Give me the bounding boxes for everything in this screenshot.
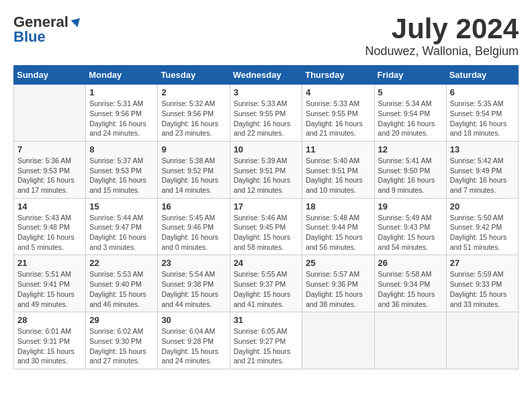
table-row: 20 Sunrise: 5:50 AMSunset: 9:42 PMDaylig…	[446, 198, 518, 255]
table-row: 24 Sunrise: 5:55 AMSunset: 9:37 PMDaylig…	[230, 255, 302, 312]
day-info: Sunrise: 5:33 AMSunset: 9:55 PMDaylight:…	[306, 99, 370, 138]
day-info: Sunrise: 5:31 AMSunset: 9:56 PMDaylight:…	[89, 99, 154, 138]
day-number: 24	[234, 258, 299, 268]
table-row: 8 Sunrise: 5:37 AMSunset: 9:53 PMDayligh…	[86, 141, 158, 198]
table-row: 11 Sunrise: 5:40 AMSunset: 9:51 PMDaylig…	[302, 141, 374, 198]
table-row: 19 Sunrise: 5:49 AMSunset: 9:43 PMDaylig…	[374, 198, 446, 255]
table-row: 7 Sunrise: 5:36 AMSunset: 9:53 PMDayligh…	[14, 141, 86, 198]
day-number: 21	[17, 258, 82, 268]
day-info: Sunrise: 6:01 AMSunset: 9:31 PMDaylight:…	[17, 326, 82, 366]
day-info: Sunrise: 5:38 AMSunset: 9:52 PMDaylight:…	[161, 156, 226, 195]
table-row: 2 Sunrise: 5:32 AMSunset: 9:56 PMDayligh…	[158, 85, 230, 142]
logo: General Blue	[13, 13, 83, 46]
day-info: Sunrise: 5:41 AMSunset: 9:50 PMDaylight:…	[378, 156, 443, 195]
table-row: 14 Sunrise: 5:43 AMSunset: 9:48 PMDaylig…	[14, 198, 86, 255]
day-number: 29	[89, 315, 154, 325]
table-row: 5 Sunrise: 5:34 AMSunset: 9:54 PMDayligh…	[374, 85, 446, 142]
col-monday: Monday	[86, 66, 158, 85]
table-row: 26 Sunrise: 5:58 AMSunset: 9:34 PMDaylig…	[374, 255, 446, 312]
day-info: Sunrise: 5:48 AMSunset: 9:44 PMDaylight:…	[306, 213, 370, 253]
day-number: 13	[450, 144, 515, 154]
page-header: General Blue July 2024 Noduwez, Wallonia…	[13, 13, 519, 58]
day-info: Sunrise: 5:33 AMSunset: 9:55 PMDaylight:…	[234, 99, 299, 138]
calendar-week-row: 14 Sunrise: 5:43 AMSunset: 9:48 PMDaylig…	[14, 198, 519, 255]
title-block: July 2024 Noduwez, Wallonia, Belgium	[365, 13, 519, 58]
day-number: 16	[161, 201, 226, 212]
day-number: 25	[306, 258, 370, 268]
day-number: 9	[161, 144, 226, 154]
day-number: 19	[378, 201, 443, 212]
day-info: Sunrise: 5:46 AMSunset: 9:45 PMDaylight:…	[234, 213, 299, 253]
calendar-week-row: 1 Sunrise: 5:31 AMSunset: 9:56 PMDayligh…	[14, 85, 519, 142]
table-row: 25 Sunrise: 5:57 AMSunset: 9:36 PMDaylig…	[302, 255, 374, 312]
table-row: 30 Sunrise: 6:04 AMSunset: 9:28 PMDaylig…	[158, 312, 230, 369]
table-row	[446, 312, 518, 369]
day-number: 1	[89, 87, 154, 97]
logo-arrow-icon	[71, 15, 83, 30]
day-info: Sunrise: 5:36 AMSunset: 9:53 PMDaylight:…	[17, 156, 82, 195]
day-number: 30	[161, 315, 226, 325]
calendar-header-row: Sunday Monday Tuesday Wednesday Thursday…	[14, 66, 519, 85]
day-info: Sunrise: 5:53 AMSunset: 9:40 PMDaylight:…	[89, 269, 154, 309]
table-row: 6 Sunrise: 5:35 AMSunset: 9:54 PMDayligh…	[446, 85, 518, 142]
table-row: 22 Sunrise: 5:53 AMSunset: 9:40 PMDaylig…	[86, 255, 158, 312]
day-info: Sunrise: 5:51 AMSunset: 9:41 PMDaylight:…	[17, 269, 82, 309]
day-number: 23	[161, 258, 226, 268]
day-number: 28	[17, 315, 82, 325]
day-number: 15	[89, 201, 154, 212]
table-row: 16 Sunrise: 5:45 AMSunset: 9:46 PMDaylig…	[158, 198, 230, 255]
day-info: Sunrise: 5:35 AMSunset: 9:54 PMDaylight:…	[450, 99, 515, 138]
day-number: 2	[161, 87, 226, 97]
day-info: Sunrise: 5:34 AMSunset: 9:54 PMDaylight:…	[378, 99, 443, 138]
day-info: Sunrise: 5:54 AMSunset: 9:38 PMDaylight:…	[161, 269, 226, 309]
logo-blue-text: Blue	[13, 28, 46, 46]
day-info: Sunrise: 5:40 AMSunset: 9:51 PMDaylight:…	[306, 156, 370, 195]
month-year-title: July 2024	[365, 13, 519, 44]
day-info: Sunrise: 5:39 AMSunset: 9:51 PMDaylight:…	[234, 156, 299, 195]
table-row: 17 Sunrise: 5:46 AMSunset: 9:45 PMDaylig…	[230, 198, 302, 255]
day-info: Sunrise: 5:44 AMSunset: 9:47 PMDaylight:…	[89, 213, 154, 253]
calendar-week-row: 28 Sunrise: 6:01 AMSunset: 9:31 PMDaylig…	[14, 312, 519, 369]
table-row: 18 Sunrise: 5:48 AMSunset: 9:44 PMDaylig…	[302, 198, 374, 255]
day-info: Sunrise: 6:05 AMSunset: 9:27 PMDaylight:…	[234, 326, 299, 366]
table-row: 23 Sunrise: 5:54 AMSunset: 9:38 PMDaylig…	[158, 255, 230, 312]
day-number: 31	[234, 315, 299, 325]
day-number: 4	[306, 87, 370, 97]
table-row	[302, 312, 374, 369]
table-row	[14, 85, 86, 142]
table-row: 1 Sunrise: 5:31 AMSunset: 9:56 PMDayligh…	[86, 85, 158, 142]
col-thursday: Thursday	[302, 66, 374, 85]
col-saturday: Saturday	[446, 66, 518, 85]
table-row: 31 Sunrise: 6:05 AMSunset: 9:27 PMDaylig…	[230, 312, 302, 369]
day-number: 8	[89, 144, 154, 154]
table-row: 28 Sunrise: 6:01 AMSunset: 9:31 PMDaylig…	[14, 312, 86, 369]
day-info: Sunrise: 6:02 AMSunset: 9:30 PMDaylight:…	[89, 326, 154, 366]
svg-marker-0	[71, 15, 82, 27]
day-number: 10	[234, 144, 299, 154]
day-number: 3	[234, 87, 299, 97]
table-row: 29 Sunrise: 6:02 AMSunset: 9:30 PMDaylig…	[86, 312, 158, 369]
day-info: Sunrise: 5:50 AMSunset: 9:42 PMDaylight:…	[450, 213, 515, 253]
day-number: 17	[234, 201, 299, 212]
day-info: Sunrise: 5:57 AMSunset: 9:36 PMDaylight:…	[306, 269, 370, 309]
day-info: Sunrise: 5:58 AMSunset: 9:34 PMDaylight:…	[378, 269, 443, 309]
day-number: 26	[378, 258, 443, 268]
calendar-week-row: 7 Sunrise: 5:36 AMSunset: 9:53 PMDayligh…	[14, 141, 519, 198]
table-row: 13 Sunrise: 5:42 AMSunset: 9:49 PMDaylig…	[446, 141, 518, 198]
table-row: 12 Sunrise: 5:41 AMSunset: 9:50 PMDaylig…	[374, 141, 446, 198]
day-number: 12	[378, 144, 443, 154]
day-number: 27	[450, 258, 515, 268]
day-info: Sunrise: 5:32 AMSunset: 9:56 PMDaylight:…	[161, 99, 226, 138]
day-info: Sunrise: 5:45 AMSunset: 9:46 PMDaylight:…	[161, 213, 226, 253]
day-number: 14	[17, 201, 82, 212]
day-number: 6	[450, 87, 515, 97]
day-info: Sunrise: 5:43 AMSunset: 9:48 PMDaylight:…	[17, 213, 82, 253]
day-info: Sunrise: 5:49 AMSunset: 9:43 PMDaylight:…	[378, 213, 443, 253]
col-tuesday: Tuesday	[158, 66, 230, 85]
col-friday: Friday	[374, 66, 446, 85]
location-subtitle: Noduwez, Wallonia, Belgium	[365, 44, 519, 58]
day-info: Sunrise: 5:55 AMSunset: 9:37 PMDaylight:…	[234, 269, 299, 309]
day-info: Sunrise: 6:04 AMSunset: 9:28 PMDaylight:…	[161, 326, 226, 366]
table-row: 3 Sunrise: 5:33 AMSunset: 9:55 PMDayligh…	[230, 85, 302, 142]
table-row: 10 Sunrise: 5:39 AMSunset: 9:51 PMDaylig…	[230, 141, 302, 198]
